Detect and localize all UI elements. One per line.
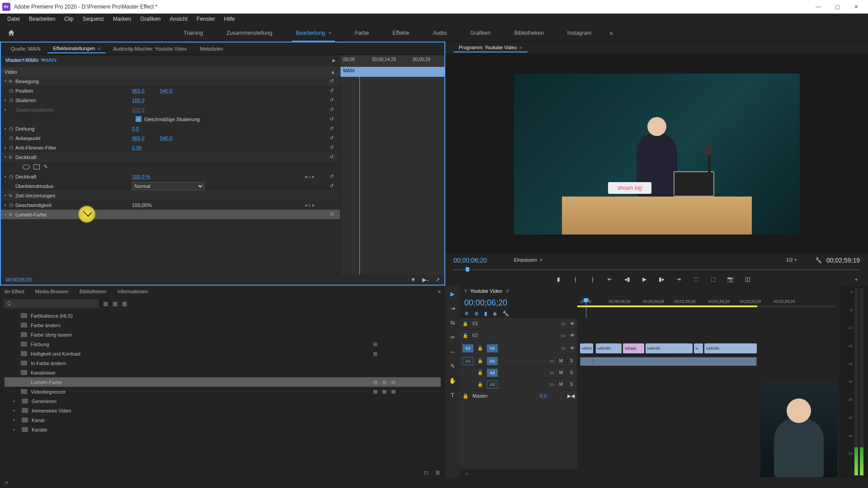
effect-folder[interactable]: ▸Immersives Video bbox=[5, 406, 441, 415]
uniform-checkbox[interactable]: ✓ bbox=[136, 116, 142, 122]
compare-icon[interactable]: ◫ bbox=[744, 276, 751, 282]
reset-icon[interactable]: ↺ bbox=[330, 174, 334, 179]
track-select-tool-icon[interactable]: ⇥ bbox=[448, 304, 457, 313]
fx-toggle-icon[interactable]: fx bbox=[9, 212, 15, 217]
fx-toggle-icon[interactable]: fx bbox=[9, 193, 15, 198]
effect-item[interactable]: Videobegrenzer▦▦▦ bbox=[5, 387, 441, 396]
fx-foot-timecode[interactable]: 00;00;06;20 bbox=[5, 277, 32, 282]
preset-icon[interactable]: ▦ bbox=[122, 300, 127, 307]
workspace-instagram[interactable]: Instagram bbox=[556, 24, 603, 42]
fx-toggle-icon[interactable]: fx bbox=[9, 155, 15, 160]
program-scrubber[interactable] bbox=[453, 267, 860, 272]
tab-media-browser[interactable]: Media-Browser bbox=[35, 289, 69, 294]
menu-ansicht[interactable]: Ansicht bbox=[165, 14, 192, 23]
effect-folder[interactable]: ▸Generieren bbox=[5, 396, 441, 406]
rect-mask-icon[interactable] bbox=[33, 164, 40, 169]
snap-icon[interactable]: ❄ bbox=[464, 310, 469, 317]
tab-audio-mixer[interactable]: Audioclip-Mischer: Youtube Video bbox=[108, 45, 193, 53]
fx-toggle-icon[interactable]: fx bbox=[9, 79, 15, 84]
tab-master-effect[interactable]: ter Effect bbox=[5, 289, 24, 294]
anker-y[interactable]: 540,0 bbox=[160, 136, 173, 141]
effect-item[interactable]: Farbe ändern bbox=[5, 320, 441, 330]
timeline-ruler[interactable]: ;00;00 00;00;29;29 00;00;59;28 00;01;29;… bbox=[577, 296, 839, 318]
drehung-value[interactable]: 0,0 bbox=[132, 126, 139, 131]
stopwatch-icon[interactable]: ◷ bbox=[9, 145, 15, 150]
zoom-fit-select[interactable]: Einpassen▾ bbox=[514, 257, 542, 263]
program-viewport[interactable]: dream big bbox=[445, 54, 868, 254]
keyframe-nav[interactable]: ◂ ◇ ▸ bbox=[305, 203, 315, 207]
preset-icon[interactable]: ▦ bbox=[113, 300, 118, 307]
effect-item-lumetri[interactable]: Lumetri-Farbe▦▦▦ bbox=[5, 377, 441, 387]
step-fwd-icon[interactable]: ▮▸ bbox=[658, 276, 665, 282]
menu-marken[interactable]: Marken bbox=[108, 14, 136, 23]
tab-program[interactable]: Programm: Youtube Video≡ bbox=[453, 43, 528, 52]
fx-bewegung[interactable]: Bewegung bbox=[15, 79, 39, 84]
tab-effect-controls[interactable]: Effekteinstellungen≡ bbox=[47, 44, 106, 53]
mark-out-icon[interactable]: } bbox=[589, 276, 596, 282]
reset-icon[interactable]: ↺ bbox=[330, 78, 334, 84]
fx-export-icon[interactable]: ↗ bbox=[435, 277, 440, 283]
effect-folder[interactable]: ▸Kanäle bbox=[5, 425, 441, 434]
home-button[interactable] bbox=[0, 29, 23, 37]
menu-grafiken[interactable]: Grafiken bbox=[136, 14, 165, 23]
settings-icon[interactable]: ◆ bbox=[493, 310, 497, 317]
type-tool-icon[interactable]: T bbox=[448, 390, 457, 399]
tab-bibliotheken[interactable]: Bibliotheken bbox=[80, 289, 107, 294]
clip[interactable]: fx MAIN bbox=[646, 343, 693, 353]
effects-search-input[interactable] bbox=[4, 299, 99, 308]
menu-hilfe[interactable]: Hilfe bbox=[220, 14, 240, 23]
fx-lumetri[interactable]: Lumetri-Farbe bbox=[15, 212, 47, 217]
fx-mini-clip[interactable]: MAIN bbox=[340, 67, 444, 77]
resolution-select[interactable]: 1/2 ▾ bbox=[786, 257, 797, 263]
reset-icon[interactable]: ↺ bbox=[330, 135, 334, 141]
menu-fenster[interactable]: Fenster bbox=[192, 14, 220, 23]
minimize-button[interactable]: — bbox=[809, 1, 828, 13]
position-y[interactable]: 540,0 bbox=[160, 88, 173, 94]
track-header-a2[interactable]: 🔒A2▭MS🎙 bbox=[460, 367, 577, 379]
maximize-button[interactable]: ▢ bbox=[828, 1, 847, 13]
effect-item[interactable]: Helligkeit und Kontrast▦ bbox=[5, 349, 441, 358]
effect-item[interactable]: In Farbe ändern bbox=[5, 358, 441, 368]
track-header-a3[interactable]: 🔒A3▭MS🎙 bbox=[460, 379, 577, 390]
slip-tool-icon[interactable]: ↔ bbox=[448, 347, 457, 356]
pen-tool-icon[interactable]: ✎ bbox=[448, 361, 457, 371]
trash-icon[interactable]: 🗑 bbox=[435, 469, 441, 476]
audio-clip[interactable] bbox=[580, 357, 593, 366]
reset-icon[interactable]: ↺ bbox=[330, 211, 334, 217]
mark-in-icon[interactable]: ▮ bbox=[555, 276, 562, 282]
fx-play-icon[interactable]: ▶ bbox=[332, 58, 336, 63]
workspace-grafiken[interactable]: Grafiken bbox=[458, 24, 502, 42]
fx-keyframe-area[interactable]: MAIN bbox=[340, 67, 444, 275]
close-sequence-icon[interactable]: × bbox=[464, 288, 467, 294]
wrench-icon[interactable]: 🔧 bbox=[502, 310, 509, 317]
reset-icon[interactable]: ↺ bbox=[330, 154, 334, 160]
blend-mode-select[interactable]: Normal bbox=[132, 182, 204, 190]
fx-show-icon[interactable]: ▶₊ bbox=[422, 277, 429, 283]
stopwatch-icon[interactable]: ◷ bbox=[9, 88, 15, 94]
effect-folder[interactable]: ▸Kanal bbox=[5, 415, 441, 425]
fx-filter-icon[interactable]: ▼ bbox=[410, 277, 416, 283]
workspace-bibliotheken[interactable]: Bibliotheken bbox=[502, 24, 555, 42]
effect-item[interactable]: Kanalmixer bbox=[5, 368, 441, 377]
fx-mini-timeline[interactable]: ;00;00 00;00;14;29 00;00;29 bbox=[340, 55, 444, 67]
pen-mask-icon[interactable]: ✎ bbox=[43, 164, 48, 170]
track-header-v1[interactable]: V1🔒V1▭👁 bbox=[460, 342, 577, 355]
razor-tool-icon[interactable]: ✂ bbox=[448, 333, 457, 342]
stopwatch-icon[interactable]: ◷ bbox=[9, 135, 15, 141]
extract-icon[interactable]: ⬚ bbox=[709, 276, 717, 282]
track-header-master[interactable]: 🔒Master0,0▶◀ bbox=[460, 390, 577, 401]
workspace-bearbeitung[interactable]: Bearbeitung≡ bbox=[284, 24, 343, 42]
reset-icon[interactable]: ↺ bbox=[330, 88, 334, 94]
fx-playhead[interactable] bbox=[359, 67, 360, 275]
menu-bearbeiten[interactable]: Bearbeiten bbox=[24, 14, 60, 23]
reset-icon[interactable]: ↺ bbox=[330, 126, 334, 131]
deckkraft-value[interactable]: 100,0 % bbox=[132, 174, 150, 179]
workspace-audio[interactable]: Audio bbox=[421, 24, 458, 42]
track-header-v2[interactable]: 🔒V2▭👁 bbox=[460, 330, 577, 342]
fx-zeit[interactable]: Zeit-Verzerrungen bbox=[15, 193, 55, 198]
new-bin-icon[interactable]: 🗀 bbox=[424, 469, 429, 476]
audio-clip[interactable] bbox=[580, 357, 757, 366]
workspace-farbe[interactable]: Farbe bbox=[343, 24, 381, 42]
reset-icon[interactable]: ↺ bbox=[330, 145, 334, 150]
tab-informationen[interactable]: Informationen bbox=[118, 289, 148, 294]
